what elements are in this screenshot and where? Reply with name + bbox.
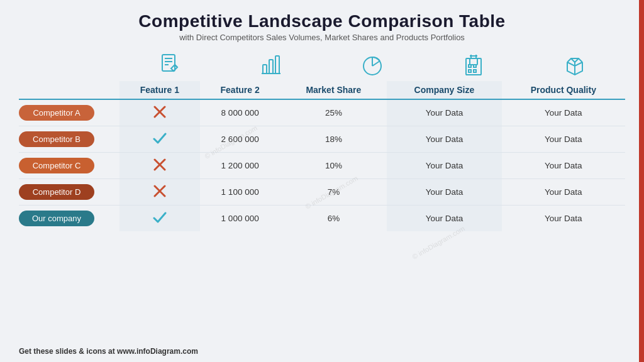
svg-rect-16 (474, 70, 476, 72)
cross-icon (152, 184, 167, 199)
feature1-cell (119, 153, 200, 179)
footer: Get these slides & icons at www.infoDiag… (19, 347, 198, 356)
check-icon (152, 131, 167, 146)
col-header-market: Market Share (280, 81, 387, 99)
col-header-name (19, 81, 119, 99)
quality-icon (562, 52, 587, 77)
product-quality-cell: Your Data (502, 126, 625, 153)
svg-rect-6 (269, 60, 273, 74)
market-share-cell: 6% (280, 206, 387, 232)
product-quality-cell: Your Data (502, 153, 625, 179)
col-header-feature2: Feature 2 (200, 81, 280, 99)
svg-rect-0 (162, 55, 175, 71)
feature2-cell: 2 600 000 (200, 126, 280, 153)
company-icon-cell (423, 48, 524, 81)
col-header-quality: Product Quality (502, 81, 625, 99)
footer-suffix: .com (180, 347, 198, 356)
product-quality-cell: Your Data (502, 206, 625, 232)
page-subtitle: with Direct Competitors Sales Volumes, M… (179, 33, 465, 42)
footer-brand: infoDiagram (136, 347, 180, 356)
competitor-badge: Competitor C (19, 158, 94, 173)
feature1-cell (119, 126, 200, 153)
table-row: Competitor B 2 600 00018%Your DataYour D… (19, 126, 625, 153)
feature2-cell: 1 200 000 (200, 153, 280, 179)
competitor-name-cell: Competitor C (19, 153, 119, 179)
col-header-feature1: Feature 1 (119, 81, 200, 99)
company-size-cell: Your Data (387, 153, 501, 179)
feature1-icon-cell (119, 48, 221, 81)
svg-rect-15 (469, 70, 471, 72)
competitor-badge: Our company (19, 211, 94, 226)
company-size-cell: Your Data (387, 206, 501, 232)
feature2-icon-cell (221, 48, 322, 81)
page-title: Competitive Landscape Comparison Table (138, 11, 505, 31)
competitor-badge: Competitor D (19, 184, 94, 200)
competitor-badge: Competitor A (19, 105, 94, 121)
svg-rect-11 (470, 58, 477, 65)
competitor-name-cell: Competitor D (19, 179, 119, 206)
product-quality-cell: Your Data (502, 99, 625, 126)
svg-rect-7 (275, 56, 279, 74)
competitor-name-cell: Competitor A (19, 99, 119, 126)
svg-rect-13 (469, 65, 471, 67)
feature2-cell: 1 000 000 (200, 206, 280, 232)
competitor-name-cell: Competitor B (19, 126, 119, 153)
cross-icon (152, 104, 167, 119)
col-header-company: Company Size (387, 81, 501, 99)
market-icon-cell (322, 48, 423, 81)
footer-prefix: Get these slides & icons at www. (19, 347, 136, 356)
feature1-cell (119, 206, 200, 232)
market-share-cell: 25% (280, 99, 387, 126)
competitor-badge: Competitor B (19, 131, 94, 147)
cross-icon (152, 157, 167, 172)
page: Competitive Landscape Comparison Table w… (0, 0, 644, 362)
table-row: Competitor C 1 200 00010%Your DataYour D… (19, 153, 625, 179)
svg-rect-5 (263, 65, 267, 74)
company-size-cell: Your Data (387, 126, 501, 153)
quality-icon-cell (524, 48, 625, 81)
feature2-cell: 1 100 000 (200, 179, 280, 206)
right-bar (639, 0, 644, 362)
icons-row (19, 48, 625, 81)
market-share-cell: 10% (280, 153, 387, 179)
feature1-icon (157, 52, 182, 77)
company-size-cell: Your Data (387, 99, 501, 126)
table-row: Competitor D 1 100 0007%Your DataYour Da… (19, 179, 625, 206)
competitor-name-cell: Our company (19, 206, 119, 232)
market-share-cell: 7% (280, 179, 387, 206)
table-row: Our company 1 000 0006%Your DataYour Dat… (19, 206, 625, 232)
company-size-cell: Your Data (387, 179, 501, 206)
feature1-cell (119, 179, 200, 206)
feature2-icon (258, 52, 284, 77)
company-icon (461, 52, 486, 77)
product-quality-cell: Your Data (502, 179, 625, 206)
market-share-cell: 18% (280, 126, 387, 153)
check-icon (152, 210, 167, 225)
feature1-cell (119, 99, 200, 126)
market-icon (360, 52, 385, 77)
feature2-cell: 8 000 000 (200, 99, 280, 126)
svg-rect-14 (474, 65, 476, 67)
table-row: Competitor A 8 000 00025%Your DataYour D… (19, 99, 625, 126)
comparison-table: Feature 1 Feature 2 Market Share Company… (19, 81, 625, 231)
